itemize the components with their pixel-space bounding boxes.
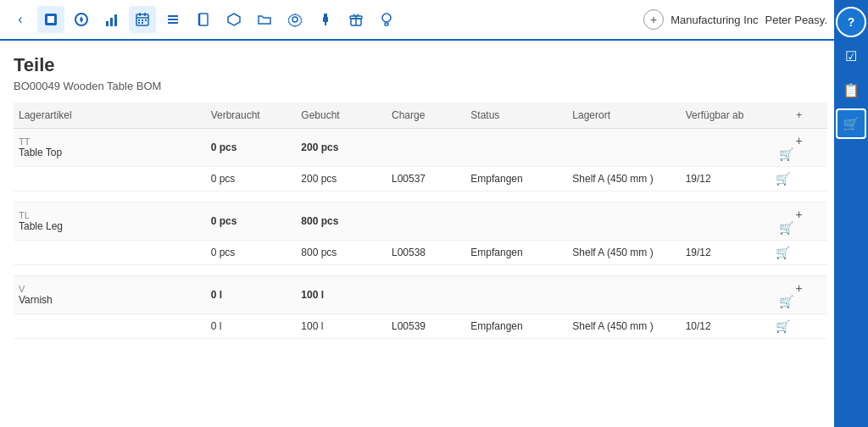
detail-cart-button[interactable]: 🛒: [776, 319, 790, 333]
item-name: Table Leg: [19, 220, 201, 232]
svg-rect-14: [142, 22, 143, 24]
detail-verfuegbar: 19/12: [681, 167, 771, 191]
summary-actions: + 🛒: [771, 202, 827, 241]
table-detail-row: 0 l 100 l L00539 Empfangen Shelf A (450 …: [14, 314, 827, 339]
nav-icon-gift[interactable]: [342, 6, 370, 33]
table-row: V Varnish 0 l 100 l + 🛒: [14, 276, 827, 314]
detail-status: Empfangen: [465, 241, 567, 265]
detail-gebucht: 200 pcs: [296, 167, 387, 191]
col-header-lagerort: Lagerort: [567, 103, 680, 129]
svg-rect-5: [114, 14, 117, 26]
svg-rect-8: [139, 13, 141, 16]
col-header-charge: Charge: [387, 103, 465, 129]
nav-icon-calendar[interactable]: [129, 6, 156, 33]
detail-verbraucht: 0 pcs: [206, 241, 297, 265]
summary-actions: + 🛒: [771, 129, 827, 167]
company-name: Manufacturing Inc: [670, 14, 758, 26]
col-header-verfuegbar: Verfügbar ab: [681, 103, 771, 129]
nav-icon-1[interactable]: [37, 6, 64, 33]
checklist-icon[interactable]: ☑: [836, 41, 866, 71]
back-icon[interactable]: ‹: [7, 6, 34, 33]
table-row: TL Table Leg 0 pcs 800 pcs + 🛒: [14, 202, 827, 241]
detail-lager: [14, 314, 206, 339]
detail-lagerort: Shelf A (450 mm ): [567, 167, 680, 191]
cart-button[interactable]: 🛒: [779, 295, 793, 308]
help-icon[interactable]: ?: [836, 7, 866, 37]
svg-rect-13: [138, 22, 140, 24]
item-id-name: V Varnish: [14, 276, 206, 314]
detail-charge: L00538: [387, 241, 465, 265]
detail-status: Empfangen: [465, 167, 567, 191]
detail-lagerort: Shelf A (450 mm ): [567, 241, 680, 265]
svg-rect-9: [144, 13, 146, 16]
nav-right: + Manufacturing Inc Peter Peasy.: [643, 6, 861, 33]
col-header-verbraucht: Verbraucht: [206, 103, 297, 129]
detail-gebucht: 100 l: [296, 314, 387, 339]
detail-actions: 🛒: [771, 167, 827, 191]
summary-status: [465, 202, 567, 241]
svg-rect-1: [47, 16, 54, 23]
detail-charge: L00539: [387, 314, 465, 339]
summary-status: [465, 129, 567, 167]
clipboard-icon[interactable]: 📋: [836, 75, 866, 105]
item-name: Varnish: [19, 294, 201, 306]
svg-rect-12: [145, 19, 147, 21]
nav-icon-hex[interactable]: [220, 6, 248, 33]
summary-verfuegbar: [681, 129, 771, 167]
nav-icon-gear[interactable]: [281, 6, 309, 33]
svg-rect-18: [199, 14, 208, 25]
summary-gebucht: 200 pcs: [296, 129, 387, 167]
nav-icon-2[interactable]: [68, 6, 95, 33]
nav-icon-plug[interactable]: [312, 6, 339, 33]
detail-lager: [14, 241, 206, 265]
svg-rect-4: [110, 18, 113, 26]
detail-cart-button[interactable]: 🛒: [776, 172, 790, 186]
item-id: TL: [19, 210, 201, 220]
add-lot-button[interactable]: +: [776, 208, 822, 221]
page-subtitle: BO00049 Wooden Table BOM: [14, 80, 827, 92]
nav-icon-list[interactable]: [159, 6, 186, 33]
summary-verfuegbar: [681, 276, 771, 314]
detail-verfuegbar: 10/12: [681, 314, 771, 339]
cart-button[interactable]: 🛒: [779, 221, 793, 235]
summary-gebucht: 800 pcs: [296, 202, 387, 241]
summary-verbraucht: 0 pcs: [206, 202, 297, 241]
svg-point-21: [292, 17, 298, 22]
nav-icon-book[interactable]: [190, 6, 217, 33]
col-header-lagerartikel: Lagerartikel: [14, 103, 206, 129]
cart-button[interactable]: 🛒: [779, 147, 793, 161]
detail-verbraucht: 0 pcs: [206, 167, 297, 191]
svg-point-28: [382, 14, 391, 22]
inventory-table: Lagerartikel Verbraucht Gebucht Charge S…: [14, 103, 827, 339]
summary-lagerort: [567, 276, 680, 314]
add-lot-button[interactable]: +: [776, 281, 822, 295]
detail-cart-button[interactable]: 🛒: [776, 246, 790, 259]
detail-status: Empfangen: [465, 314, 567, 339]
add-company-button[interactable]: +: [643, 9, 664, 30]
svg-rect-10: [138, 19, 140, 21]
detail-actions: 🛒: [771, 314, 827, 339]
detail-gebucht: 800 pcs: [296, 241, 387, 265]
summary-charge: [387, 276, 465, 314]
col-header-add[interactable]: +: [771, 103, 827, 129]
nav-icon-3[interactable]: [98, 6, 125, 33]
main-content: Teile BO00049 Wooden Table BOM Lagerarti…: [0, 41, 868, 352]
detail-verfuegbar: 19/12: [681, 241, 771, 265]
summary-actions: + 🛒: [771, 276, 827, 314]
item-id: TT: [19, 136, 201, 147]
summary-verfuegbar: [681, 202, 771, 241]
cart-icon[interactable]: 🛒: [836, 108, 866, 139]
svg-rect-23: [323, 17, 328, 22]
item-id: V: [19, 284, 201, 294]
add-lot-button[interactable]: +: [776, 134, 822, 147]
nav-icon-bulb[interactable]: [373, 6, 400, 33]
right-sidebar: ? ☑ 📋 🛒: [834, 0, 868, 427]
summary-lagerort: [567, 202, 680, 241]
nav-icon-folder[interactable]: [251, 6, 278, 33]
col-header-gebucht: Gebucht: [296, 103, 387, 129]
svg-marker-20: [228, 14, 240, 25]
summary-charge: [387, 129, 465, 167]
col-header-status: Status: [465, 103, 567, 129]
item-id-name: TT Table Top: [14, 129, 206, 167]
detail-verbraucht: 0 l: [206, 314, 297, 339]
